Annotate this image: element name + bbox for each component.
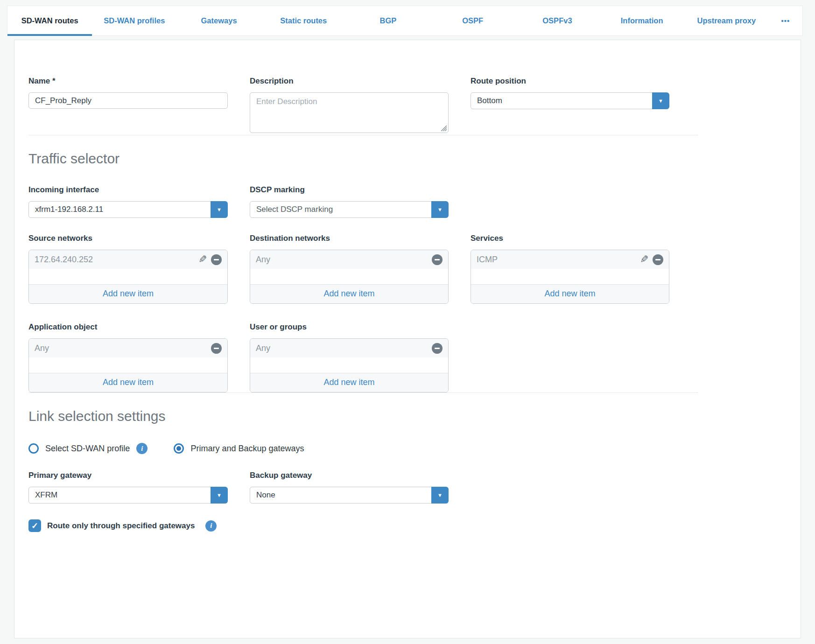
- primary-gateway-value: XFRM: [29, 487, 211, 503]
- service-value: ICMP: [477, 255, 498, 265]
- info-icon[interactable]: i: [136, 443, 148, 454]
- remove-minus-icon[interactable]: [432, 343, 443, 354]
- route-position-select[interactable]: Bottom ▼: [471, 92, 669, 109]
- destination-networks-label: Destination networks: [250, 234, 449, 243]
- remove-minus-icon[interactable]: [211, 254, 222, 265]
- list-empty-space: [250, 269, 448, 284]
- remove-minus-icon[interactable]: [211, 343, 222, 354]
- sdwan-profile-radio-label[interactable]: Select SD-WAN profile: [45, 444, 130, 454]
- description-label: Description: [250, 77, 449, 86]
- add-new-item-button[interactable]: Add new item: [250, 373, 448, 392]
- traffic-selector-heading: Traffic selector: [28, 151, 698, 167]
- user-groups-value: Any: [256, 343, 270, 353]
- tab-static-routes[interactable]: Static routes: [261, 6, 346, 35]
- name-field-group: Name *: [28, 77, 228, 109]
- name-label: Name *: [28, 77, 228, 86]
- application-object-label: Application object: [28, 322, 228, 332]
- route-editor-card: Name * Description Route position Bo: [14, 40, 801, 638]
- list-item: Any: [250, 250, 448, 269]
- primary-gateway-select[interactable]: XFRM ▼: [28, 487, 228, 504]
- dscp-marking-group: DSCP marking Select DSCP marking ▼: [250, 185, 449, 218]
- dscp-marking-label: DSCP marking: [250, 185, 449, 195]
- list-item: ICMP ✎: [471, 250, 669, 269]
- primary-backup-radio-label[interactable]: Primary and Backup gateways: [190, 444, 304, 454]
- route-position-label: Route position: [471, 77, 669, 86]
- list-item: Any: [250, 339, 448, 357]
- tab-sdwan-profiles[interactable]: SD-WAN profiles: [92, 6, 176, 35]
- chevron-down-icon[interactable]: ▼: [431, 201, 449, 218]
- route-only-checkbox-row: ✓ Route only through specified gateways …: [28, 519, 698, 532]
- dscp-marking-value: Select DSCP marking: [250, 202, 431, 217]
- remove-minus-icon[interactable]: [653, 254, 663, 265]
- incoming-interface-value: xfrm1-192.168.2.11: [29, 202, 211, 217]
- radio-unselected-icon[interactable]: [28, 443, 39, 454]
- description-textarea[interactable]: [250, 92, 449, 133]
- radio-selected-icon[interactable]: [174, 443, 184, 454]
- tab-ospfv3[interactable]: OSPFv3: [515, 6, 599, 35]
- tab-sdwan-routes[interactable]: SD-WAN routes: [7, 6, 92, 35]
- destination-networks-group: Destination networks Any Add new item: [250, 234, 449, 304]
- backup-gateway-label: Backup gateway: [250, 471, 449, 480]
- route-only-checkbox-label[interactable]: Route only through specified gateways: [47, 521, 195, 531]
- add-new-item-button[interactable]: Add new item: [471, 284, 669, 303]
- route-position-field-group: Route position Bottom ▼: [471, 77, 669, 109]
- chevron-down-icon[interactable]: ▼: [652, 92, 669, 109]
- chevron-down-icon[interactable]: ▼: [431, 487, 449, 504]
- services-box: ICMP ✎ Add new item: [471, 250, 669, 304]
- user-groups-label: User or groups: [250, 322, 449, 332]
- backup-gateway-group: Backup gateway None ▼: [250, 471, 449, 504]
- chevron-down-icon[interactable]: ▼: [211, 487, 228, 504]
- name-input[interactable]: [28, 92, 228, 109]
- application-object-box: Any Add new item: [28, 338, 228, 392]
- section-divider: [28, 392, 698, 393]
- destination-networks-box: Any Add new item: [250, 250, 449, 304]
- info-icon[interactable]: i: [205, 520, 217, 532]
- description-field-group: Description: [250, 77, 449, 135]
- primary-backup-radio-option: Primary and Backup gateways: [174, 443, 304, 454]
- chevron-down-icon[interactable]: ▼: [211, 201, 228, 218]
- services-label: Services: [471, 234, 669, 243]
- source-network-value: 172.64.240.252: [35, 255, 93, 265]
- sdwan-profile-radio-option: Select SD-WAN profile i: [28, 443, 148, 454]
- tab-information[interactable]: Information: [600, 6, 684, 35]
- user-groups-group: User or groups Any Add new item: [250, 322, 449, 392]
- list-empty-space: [250, 357, 448, 373]
- add-new-item-button[interactable]: Add new item: [29, 373, 227, 392]
- checkbox-checked-icon[interactable]: ✓: [28, 519, 41, 532]
- list-item: 172.64.240.252 ✎: [29, 250, 227, 269]
- source-networks-group: Source networks 172.64.240.252 ✎ Add new…: [28, 234, 228, 304]
- resize-handle-icon[interactable]: [439, 124, 447, 131]
- application-object-value: Any: [35, 343, 49, 353]
- source-networks-box: 172.64.240.252 ✎ Add new item: [28, 250, 228, 304]
- list-empty-space: [29, 269, 227, 284]
- remove-minus-icon[interactable]: [432, 254, 443, 265]
- tab-upstream-proxy[interactable]: Upstream proxy: [684, 6, 769, 35]
- add-new-item-button[interactable]: Add new item: [29, 284, 227, 303]
- list-empty-space: [471, 269, 669, 284]
- tab-bgp[interactable]: BGP: [346, 6, 430, 35]
- list-empty-space: [29, 357, 227, 373]
- backup-gateway-value: None: [250, 487, 431, 503]
- source-networks-label: Source networks: [28, 234, 228, 243]
- link-selection-heading: Link selection settings: [28, 408, 698, 424]
- top-tab-bar: SD-WAN routes SD-WAN profiles Gateways S…: [7, 6, 803, 36]
- section-divider: [28, 135, 698, 135]
- incoming-interface-label: Incoming interface: [28, 185, 228, 195]
- route-position-value: Bottom: [471, 93, 652, 109]
- destination-network-value: Any: [256, 255, 270, 265]
- more-tabs-ellipsis-icon[interactable]: •••: [769, 6, 802, 35]
- backup-gateway-select[interactable]: None ▼: [250, 487, 449, 504]
- incoming-interface-group: Incoming interface xfrm1-192.168.2.11 ▼: [28, 185, 228, 218]
- edit-pencil-icon[interactable]: ✎: [198, 254, 207, 265]
- primary-gateway-group: Primary gateway XFRM ▼: [28, 471, 228, 504]
- services-group: Services ICMP ✎ Add new item: [471, 234, 669, 304]
- tab-gateways[interactable]: Gateways: [176, 6, 261, 35]
- primary-gateway-label: Primary gateway: [28, 471, 228, 480]
- incoming-interface-select[interactable]: xfrm1-192.168.2.11 ▼: [28, 201, 228, 218]
- dscp-marking-select[interactable]: Select DSCP marking ▼: [250, 201, 449, 218]
- tab-ospf[interactable]: OSPF: [430, 6, 515, 35]
- list-item: Any: [29, 339, 227, 357]
- add-new-item-button[interactable]: Add new item: [250, 284, 448, 303]
- user-groups-box: Any Add new item: [250, 338, 449, 392]
- edit-pencil-icon[interactable]: ✎: [640, 254, 648, 265]
